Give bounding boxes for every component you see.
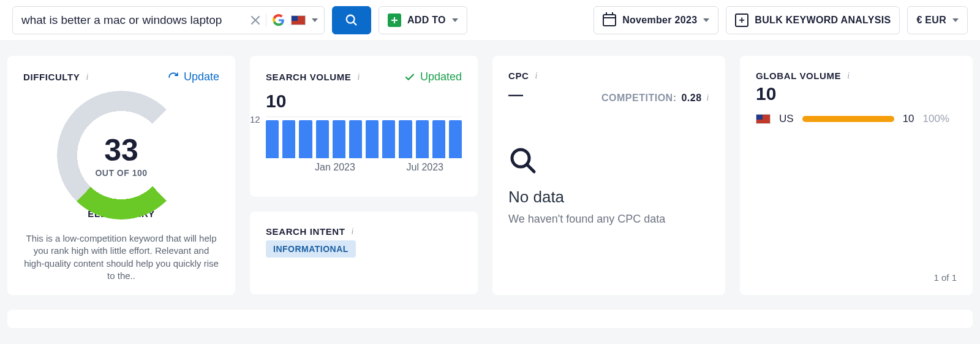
update-link[interactable]: Update: [168, 71, 219, 83]
add-to-button[interactable]: ADD TO: [379, 6, 467, 34]
bar: [399, 120, 412, 158]
bulk-analysis-button[interactable]: BULK KEYWORD ANALYSIS: [726, 6, 900, 34]
nodata-title: No data: [508, 188, 709, 207]
bar: [282, 120, 295, 158]
bar: [382, 120, 395, 158]
search-icon: [508, 146, 709, 178]
search-volume-value: 10: [266, 91, 462, 112]
bar: [416, 120, 429, 158]
info-icon[interactable]: i: [847, 71, 850, 81]
search-intent-card: SEARCH INTENT i INFORMATIONAL: [250, 212, 478, 294]
date-select[interactable]: November 2023: [594, 6, 718, 34]
google-icon[interactable]: [273, 14, 285, 26]
search-volume-card: SEARCH VOLUME i Updated 10 12: [250, 56, 478, 197]
difficulty-title: DIFFICULTY i: [23, 72, 89, 82]
country-value: 10: [903, 113, 914, 125]
country-bar: [802, 116, 894, 122]
difficulty-score: 33: [104, 132, 138, 168]
bar: [299, 120, 312, 158]
global-volume-value: 10: [756, 83, 957, 104]
volume-chart: 12: [266, 117, 462, 158]
chevron-down-icon: [703, 18, 709, 22]
difficulty-desc: This is a low-competition keyword that w…: [23, 232, 219, 282]
add-icon: [388, 13, 401, 27]
info-icon[interactable]: i: [351, 227, 354, 237]
info-icon[interactable]: i: [707, 93, 709, 103]
competition-row: COMPETITION: 0.28 i: [601, 93, 709, 104]
info-icon[interactable]: i: [357, 72, 360, 82]
nodata-sub: We haven't found any CPC data: [508, 213, 709, 226]
bulk-label: BULK KEYWORD ANALYSIS: [755, 15, 891, 26]
country-row: US 10 100%: [756, 113, 957, 125]
search-container: [12, 6, 325, 34]
clear-icon[interactable]: [251, 16, 260, 25]
bar: [316, 120, 329, 158]
bar: [449, 120, 462, 158]
add-to-label: ADD TO: [407, 15, 446, 26]
global-volume-card: GLOBAL VOLUME i 10 US 10 100% 1 of 1: [740, 56, 973, 295]
plus-square-icon: [735, 13, 748, 27]
info-icon[interactable]: i: [535, 71, 538, 81]
metrics-row: DIFFICULTY i Update 33 OUT OF 100: [0, 41, 980, 295]
flag-us-icon[interactable]: [291, 15, 306, 25]
y-tick: 12: [250, 114, 260, 124]
bottom-panel: [7, 310, 973, 328]
chevron-down-icon: [452, 18, 458, 22]
bar: [366, 120, 379, 158]
date-label: November 2023: [622, 15, 697, 26]
bar: [266, 120, 279, 158]
search-volume-title: SEARCH VOLUME i: [266, 72, 360, 82]
chevron-down-icon[interactable]: [312, 18, 318, 22]
chevron-down-icon: [952, 18, 959, 22]
x-label-left: Jan 2023: [315, 162, 355, 173]
flag-us-icon: [756, 114, 771, 124]
bar: [333, 120, 345, 158]
global-volume-title: GLOBAL VOLUME i: [756, 71, 957, 81]
intent-pill: INFORMATIONAL: [266, 240, 356, 258]
difficulty-gauge: 33 OUT OF 100: [57, 91, 186, 220]
bar: [432, 120, 445, 158]
search-input[interactable]: [21, 13, 245, 27]
updated-status: Updated: [404, 71, 462, 83]
difficulty-outof: OUT OF 100: [95, 168, 147, 178]
country-code: US: [779, 113, 794, 125]
pager: 1 of 1: [933, 272, 957, 283]
topbar: ADD TO November 2023 BULK KEYWORD ANALYS…: [0, 0, 980, 41]
currency-label: € EUR: [916, 15, 946, 26]
competition-value: 0.28: [681, 93, 701, 104]
divider: [266, 13, 266, 27]
bar: [349, 120, 362, 158]
search-intent-title: SEARCH INTENT i: [266, 226, 462, 237]
difficulty-card: DIFFICULTY i Update 33 OUT OF 100: [7, 56, 235, 295]
info-icon[interactable]: i: [86, 72, 89, 82]
cpc-title: CPC i: [508, 71, 709, 81]
calendar-icon: [603, 14, 616, 26]
search-button[interactable]: [332, 6, 371, 34]
cpc-card: CPC i — COMPETITION: 0.28 i No data We h…: [492, 56, 725, 295]
x-label-right: Jul 2023: [407, 162, 444, 173]
currency-select[interactable]: € EUR: [907, 6, 968, 34]
country-pct: 100%: [923, 113, 949, 125]
